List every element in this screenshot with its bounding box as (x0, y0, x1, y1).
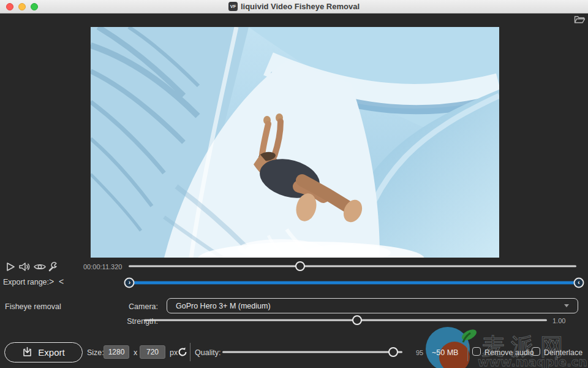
camera-select-value: GoPro Hero 3+ M (medium) (176, 302, 564, 310)
seek-slider[interactable] (129, 261, 576, 271)
width-input[interactable] (104, 345, 129, 359)
deinterlace-checkbox[interactable] (532, 347, 540, 356)
volume-icon (18, 265, 31, 274)
range-start-glyph: › (129, 280, 130, 286)
fisheye-section-label: Fisheye removal (5, 302, 61, 311)
close-button[interactable] (6, 3, 13, 10)
export-range-label: Export range: (3, 278, 49, 286)
export-range-track (125, 281, 582, 284)
seek-track (129, 266, 576, 267)
app-window: VF liquivid Video Fisheye Removal (0, 0, 588, 368)
watermark-logo-circle (426, 327, 470, 368)
camera-select[interactable]: GoPro Hero 3+ M (medium) (167, 298, 578, 313)
strength-value: 1.00 (552, 317, 565, 324)
open-folder-icon (574, 17, 586, 26)
divider (467, 343, 468, 361)
range-start-handle[interactable]: › (124, 277, 135, 288)
divider (190, 343, 190, 361)
reset-icon (178, 350, 187, 359)
zoom-button[interactable] (31, 3, 38, 10)
strength-slider-handle[interactable] (352, 315, 362, 325)
settings-button[interactable] (47, 261, 58, 274)
quality-slider-handle[interactable] (388, 347, 398, 357)
estimated-size-label: ~50 MB (432, 348, 458, 357)
titlebar: VF liquivid Video Fisheye Removal (0, 0, 588, 13)
site-watermark: 麦派网 www.maqpie.cn (415, 323, 588, 368)
export-button-label: Export (38, 347, 64, 358)
volume-button[interactable] (18, 261, 31, 274)
play-button[interactable] (5, 261, 16, 274)
times-separator: x (134, 348, 137, 357)
deinterlace-label: Deinterlace (544, 348, 582, 357)
export-button[interactable]: Export (4, 342, 83, 362)
range-end-handle[interactable]: ‹ (574, 277, 584, 288)
reset-size-button[interactable] (178, 347, 187, 359)
quality-value: 95 (416, 349, 423, 356)
quality-label: Quality: (195, 348, 221, 357)
minimize-button[interactable] (18, 3, 26, 10)
timecode-label: 00:00:11.320 (83, 263, 122, 270)
seek-slider-handle[interactable] (295, 261, 305, 271)
strength-track (144, 320, 547, 321)
quality-track (222, 351, 402, 353)
remove-audio-checkbox[interactable] (472, 347, 481, 356)
wrench-icon (47, 264, 58, 274)
play-icon (5, 265, 16, 274)
range-end-glyph: ‹ (578, 280, 579, 286)
app-icon: VF (228, 2, 238, 11)
preview-toggle-button[interactable] (34, 263, 46, 273)
open-file-button[interactable] (573, 15, 586, 26)
download-icon (22, 347, 32, 359)
video-frame-illustration (91, 27, 499, 258)
quality-slider[interactable] (222, 347, 402, 357)
remove-audio-label: Remove audio (484, 348, 534, 357)
set-range-start-button[interactable]: > (49, 277, 54, 286)
watermark-leaf (460, 328, 478, 343)
export-range-slider[interactable]: › ‹ (125, 277, 582, 288)
camera-label: Camera: (121, 302, 158, 311)
dropdown-caret-icon (564, 304, 569, 307)
video-preview (91, 27, 499, 258)
px-unit-label: px (170, 348, 178, 357)
height-input[interactable] (140, 345, 165, 359)
strength-slider[interactable] (144, 315, 547, 325)
set-range-end-button[interactable]: < (59, 277, 64, 286)
title-wrap: VF liquivid Video Fisheye Removal (228, 2, 360, 11)
eye-icon (34, 264, 46, 273)
size-label: Size: (87, 348, 104, 357)
window-title: liquivid Video Fisheye Removal (241, 2, 360, 11)
